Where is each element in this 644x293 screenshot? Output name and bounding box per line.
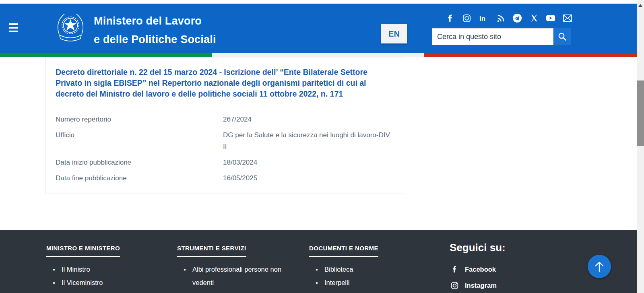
menu-hamburger-icon[interactable] bbox=[9, 23, 19, 34]
field-label: Data fine pubblicazione bbox=[56, 172, 223, 184]
facebook-icon bbox=[450, 264, 459, 274]
field-row-numero-repertorio: Numero repertorio 267/2024 bbox=[56, 113, 395, 125]
bullet-icon: ● bbox=[177, 263, 192, 289]
search-icon bbox=[557, 32, 567, 41]
bullet-icon: ● bbox=[309, 263, 324, 276]
scroll-to-top-button[interactable] bbox=[588, 255, 611, 278]
instagram-icon[interactable] bbox=[462, 13, 472, 23]
site-header: Ministero del Lavoro e delle Politiche S… bbox=[0, 4, 637, 53]
italian-flag-stripe bbox=[0, 53, 637, 57]
flag-red bbox=[424, 53, 637, 57]
site-footer: MINISTRO E MINISTERO ● Il Ministro ● Il … bbox=[0, 230, 637, 293]
field-value: 267/2024 bbox=[223, 113, 394, 125]
footer-col-documenti: DOCUMENTI E NORME ● Biblioteca ● Interpe… bbox=[309, 245, 414, 289]
linkedin-icon[interactable]: in bbox=[479, 13, 488, 23]
youtube-icon[interactable] bbox=[546, 13, 555, 23]
field-value: DG per la Salute e la sicurezza nei luog… bbox=[223, 129, 394, 153]
field-row-data-fine: Data fine pubblicazione 16/05/2025 bbox=[56, 172, 395, 184]
bullet-icon: ● bbox=[46, 276, 62, 289]
bullet-icon: ● bbox=[309, 276, 324, 289]
x-twitter-icon[interactable] bbox=[529, 13, 539, 23]
top-divider bbox=[0, 1, 637, 1]
facebook-icon[interactable] bbox=[445, 13, 455, 23]
footer-col-ministro: MINISTRO E MINISTERO ● Il Ministro ● Il … bbox=[46, 245, 159, 289]
language-button[interactable]: EN bbox=[381, 24, 407, 43]
field-label: Numero repertorio bbox=[56, 113, 223, 125]
scrollbar-up-arrow[interactable] bbox=[637, 2, 644, 8]
decree-fields: Numero repertorio 267/2024 Ufficio DG pe… bbox=[56, 113, 395, 184]
field-value: 16/05/2025 bbox=[223, 172, 394, 184]
decree-title: Decreto direttoriale n. 22 del 15 marzo … bbox=[56, 67, 395, 99]
site-search bbox=[432, 28, 571, 45]
flag-white bbox=[212, 53, 424, 57]
field-row-data-inizio: Data inizio pubblicazione 18/03/2024 bbox=[56, 157, 395, 168]
email-icon[interactable] bbox=[563, 13, 572, 23]
footer-follow-section: Seguici su: Facebook Instagram bbox=[450, 241, 506, 293]
footer-link-il-viceministro[interactable]: ● Il Viceministro bbox=[46, 276, 159, 289]
field-label: Ufficio bbox=[56, 129, 223, 153]
decree-detail-card: Decreto direttoriale n. 22 del 15 marzo … bbox=[45, 58, 405, 194]
arrow-up-icon bbox=[588, 255, 611, 278]
footer-instagram-link[interactable]: Instagram bbox=[450, 277, 506, 293]
footer-heading: STRUMENTI E SERVIZI bbox=[177, 245, 246, 257]
flag-green bbox=[0, 53, 212, 57]
scrollbar-thumb[interactable] bbox=[637, 80, 644, 146]
vertical-scrollbar[interactable] bbox=[637, 0, 644, 293]
footer-link-interpelli[interactable]: ● Interpelli bbox=[309, 276, 414, 289]
field-label: Data inizio pubblicazione bbox=[56, 157, 223, 168]
rss-icon[interactable] bbox=[495, 13, 505, 23]
instagram-icon bbox=[450, 281, 459, 290]
site-title-line2: e delle Politiche Sociali bbox=[94, 30, 216, 49]
follow-heading: Seguici su: bbox=[450, 241, 506, 254]
field-row-ufficio: Ufficio DG per la Salute e la sicurezza … bbox=[56, 129, 395, 153]
footer-link-il-ministro[interactable]: ● Il Ministro bbox=[46, 263, 159, 276]
site-title[interactable]: Ministero del Lavoro e delle Politiche S… bbox=[94, 12, 216, 49]
field-value: 18/03/2024 bbox=[223, 157, 394, 168]
search-input[interactable] bbox=[432, 28, 553, 45]
italy-emblem-logo bbox=[54, 11, 87, 46]
footer-heading: DOCUMENTI E NORME bbox=[309, 245, 378, 257]
footer-heading: MINISTRO E MINISTERO bbox=[46, 245, 120, 257]
social-icons-row: in bbox=[445, 13, 572, 23]
footer-facebook-link[interactable]: Facebook bbox=[450, 261, 506, 277]
footer-col-strumenti: STRUMENTI E SERVIZI ● Albi professionali… bbox=[177, 245, 286, 289]
footer-link-albi-professionali[interactable]: ● Albi professionali persone non vedenti bbox=[177, 263, 286, 289]
search-button[interactable] bbox=[553, 28, 571, 45]
svg-text:in: in bbox=[479, 15, 485, 23]
footer-link-biblioteca[interactable]: ● Biblioteca bbox=[309, 263, 414, 276]
page: Ministero del Lavoro e delle Politiche S… bbox=[0, 0, 644, 293]
bullet-icon: ● bbox=[46, 263, 62, 276]
site-title-line1: Ministero del Lavoro bbox=[94, 12, 216, 30]
telegram-icon[interactable] bbox=[512, 13, 522, 23]
